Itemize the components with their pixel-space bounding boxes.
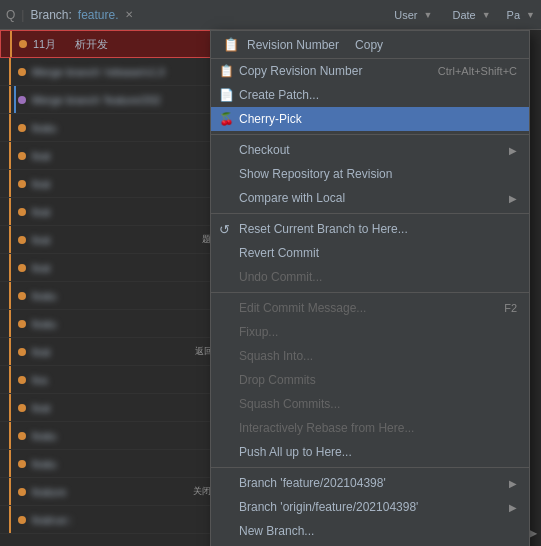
menu-separator-3 (211, 292, 529, 293)
commit-text: featu (32, 430, 220, 442)
menu-item-branch-origin[interactable]: Branch 'origin/feature/202104398' ▶ (211, 495, 529, 519)
chevron-pa[interactable]: ▼ (526, 10, 535, 20)
menu-item-push-all[interactable]: Push All up to Here... (211, 440, 529, 464)
submenu-arrow-branch: ▶ (509, 478, 517, 489)
reset-icon: ↺ (219, 222, 230, 237)
toolbar-sep: | (21, 8, 24, 22)
edit-commit-msg-label: Edit Commit Message... (239, 301, 366, 315)
commit-text: feat (32, 262, 220, 274)
menu-item-new-branch[interactable]: New Branch... (211, 519, 529, 543)
menu-header-revision: Revision Number (247, 38, 339, 52)
reset-branch-label: Reset Current Branch to Here... (239, 222, 408, 236)
branch-value: feature. (78, 8, 119, 22)
commit-row[interactable]: feat (0, 170, 220, 198)
checkout-label: Checkout (239, 143, 290, 157)
commit-list: 11月 析开发 Merge branch 'release/v1.0 Merge… (0, 30, 220, 546)
menu-item-edit-commit-msg: Edit Commit Message... F2 (211, 296, 529, 320)
drop-commits-label: Drop Commits (239, 373, 316, 387)
menu-item-show-repo[interactable]: Show Repository at Revision (211, 162, 529, 186)
create-patch-label: Create Patch... (239, 88, 319, 102)
branch-origin-label: Branch 'origin/feature/202104398' (239, 500, 418, 514)
commit-row[interactable]: featu (0, 310, 220, 338)
menu-item-drop-commits: Drop Commits (211, 368, 529, 392)
commit-row[interactable]: featu (0, 450, 220, 478)
commit-text: feat (32, 402, 220, 414)
commit-row[interactable]: featu (0, 422, 220, 450)
chevron-user[interactable]: ▼ (424, 10, 433, 20)
commit-text: feat (32, 206, 209, 218)
commit-row[interactable]: feat 返回id (0, 338, 220, 366)
commit-row[interactable]: 11月 析开发 (0, 30, 220, 58)
menu-item-copy-revision[interactable]: 📋 Copy Revision Number Ctrl+Alt+Shift+C (211, 59, 529, 83)
squash-into-label: Squash Into... (239, 349, 313, 363)
commit-row[interactable]: featu (0, 282, 220, 310)
menu-item-compare-local[interactable]: Compare with Local ▶ (211, 186, 529, 210)
copy-revision-label: Copy Revision Number (239, 64, 362, 78)
commit-row[interactable]: feat 云 (0, 198, 220, 226)
commit-text: feat (32, 178, 220, 190)
menu-separator (211, 134, 529, 135)
new-branch-label: New Branch... (239, 524, 314, 538)
commit-text: feat (32, 346, 193, 358)
menu-item-undo-commit: Undo Commit... (211, 265, 529, 289)
commit-row[interactable]: feat 题修 (0, 226, 220, 254)
chevron-date[interactable]: ▼ (482, 10, 491, 20)
commit-row[interactable]: feat (0, 394, 220, 422)
menu-item-revert-commit[interactable]: Revert Commit (211, 241, 529, 265)
commit-row[interactable]: featrue:: (0, 506, 220, 534)
menu-item-interactive-rebase: Interactively Rebase from Here... (211, 416, 529, 440)
commit-text: feat (32, 150, 220, 162)
cherry-pick-label: Cherry-Pick (239, 112, 302, 126)
commit-text: featu (32, 290, 220, 302)
submenu-arrow: ▶ (509, 145, 517, 156)
commit-row[interactable]: Merge branch 'feature/202 (0, 86, 220, 114)
menu-item-create-patch[interactable]: 📄 Create Patch... (211, 83, 529, 107)
commit-row[interactable]: feat (0, 254, 220, 282)
commit-row[interactable]: Merge branch 'release/v1.0 (0, 58, 220, 86)
copy-revision-shortcut: Ctrl+Alt+Shift+C (438, 65, 517, 77)
show-repo-label: Show Repository at Revision (239, 167, 392, 181)
commit-text: Merge branch 'feature/202 (32, 94, 220, 106)
menu-header-copy: Copy (355, 38, 383, 52)
commit-text: featu (32, 458, 220, 470)
cherry-pick-icon: 🍒 (219, 112, 234, 126)
menu-item-squash-into: Squash Into... (211, 344, 529, 368)
menu-item-branch-feature[interactable]: Branch 'feature/202104398' ▶ (211, 471, 529, 495)
commit-row[interactable]: feat (0, 142, 220, 170)
context-menu: 📋 Revision Number Copy 📋 Copy Revision N… (210, 30, 530, 546)
commit-text: feat (32, 234, 200, 246)
revision-icon: 📋 (223, 37, 239, 52)
patch-icon: 📄 (219, 88, 234, 102)
compare-local-label: Compare with Local (239, 191, 345, 205)
menu-item-checkout[interactable]: Checkout ▶ (211, 138, 529, 162)
pa-filter[interactable]: Pa (507, 9, 520, 21)
close-icon[interactable]: ✕ (125, 9, 133, 20)
menu-item-cherry-pick[interactable]: 🍒 Cherry-Pick (211, 107, 529, 131)
toolbar: Q | Branch: feature. ✕ User ▼ Date ▼ Pa … (0, 0, 541, 30)
menu-header: 📋 Revision Number Copy (211, 31, 529, 59)
edit-shortcut: F2 (504, 302, 517, 314)
submenu-arrow-origin: ▶ (509, 502, 517, 513)
user-filter[interactable]: User (394, 9, 417, 21)
revert-commit-label: Revert Commit (239, 246, 319, 260)
commit-row[interactable]: fea (0, 366, 220, 394)
menu-item-fixup: Fixup... (211, 320, 529, 344)
commit-text: feature (32, 486, 191, 498)
menu-separator-2 (211, 213, 529, 214)
fixup-label: Fixup... (239, 325, 278, 339)
interactive-rebase-label: Interactively Rebase from Here... (239, 421, 414, 435)
commit-text: Merge branch 'release/v1.0 (32, 66, 220, 78)
undo-commit-label: Undo Commit... (239, 270, 322, 284)
commit-row[interactable]: featu (0, 114, 220, 142)
commit-text: featu (32, 122, 220, 134)
date-filter[interactable]: Date (452, 9, 475, 21)
menu-item-reset-branch[interactable]: ↺ Reset Current Branch to Here... (211, 217, 529, 241)
commit-row[interactable]: feature 关闭权 (0, 478, 220, 506)
menu-item-squash-commits: Squash Commits... (211, 392, 529, 416)
push-all-label: Push All up to Here... (239, 445, 352, 459)
search-icon: Q (6, 8, 15, 22)
commit-text: 11月 析开发 (33, 37, 219, 52)
main-area: 11月 析开发 Merge branch 'release/v1.0 Merge… (0, 30, 541, 546)
submenu-arrow-compare: ▶ (509, 193, 517, 204)
branch-feature-label: Branch 'feature/202104398' (239, 476, 386, 490)
